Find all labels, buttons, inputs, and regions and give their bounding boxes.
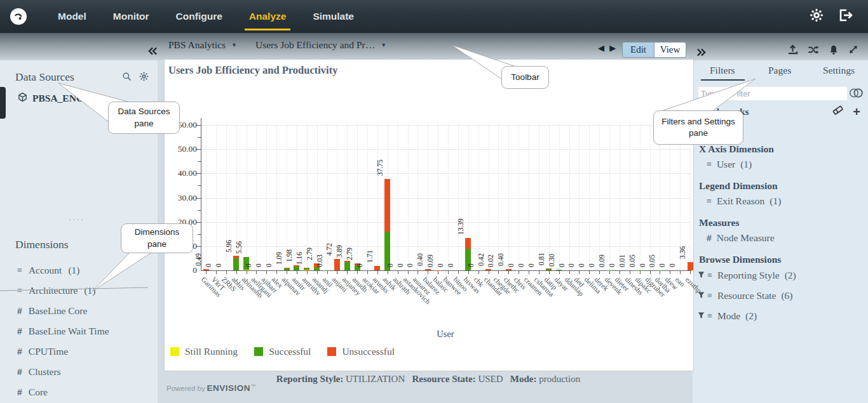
settings-gear-icon[interactable] [810, 8, 824, 25]
search-icon[interactable] [122, 72, 132, 84]
tab-pages[interactable]: Pages [768, 65, 791, 76]
bar-segment[interactable] [233, 258, 239, 270]
bar-segment[interactable] [556, 270, 562, 270]
bar-value-label: 0 [447, 263, 454, 267]
x-gridline [377, 123, 378, 270]
legend-dimension-exit-reason[interactable]: ≡ Exit Reason (1) [707, 195, 781, 207]
logout-icon[interactable] [839, 8, 854, 25]
filter-search-input[interactable] [698, 86, 848, 101]
bar-segment[interactable] [304, 268, 309, 270]
bar-segment[interactable] [344, 261, 350, 262]
envision-logo: ENVISION [207, 383, 251, 393]
bar-segment[interactable] [688, 262, 693, 270]
resize-diagonal-icon[interactable] [848, 44, 859, 58]
sidebar-item-architecture[interactable]: ≡ Architecture (1) [17, 285, 95, 296]
shuffle-icon[interactable] [807, 44, 820, 58]
bar-value-label: 0 [397, 263, 404, 267]
bar-value-label: 37.75 [376, 159, 384, 176]
bar-segment[interactable] [284, 268, 290, 268]
bar-segment[interactable] [485, 269, 491, 270]
sidebar-item-core[interactable]: # Core [17, 386, 48, 398]
prev-page-icon[interactable]: ◀ [598, 43, 604, 53]
toggle-icon[interactable] [849, 88, 864, 101]
bar-segment[interactable] [284, 268, 290, 270]
sidebar-item-account[interactable]: ≡ Account (1) [17, 265, 80, 276]
bar-segment[interactable] [334, 259, 340, 270]
browse-dimension-resource-state[interactable]: ≡ Resource State (6) [698, 290, 793, 301]
eraser-icon[interactable] [832, 105, 844, 118]
x-gridline [630, 123, 630, 270]
menu-item-analyze[interactable]: Analyze [236, 0, 300, 33]
sidebar-item-clusters[interactable]: # Clusters [17, 366, 61, 378]
menu-item-monitor[interactable]: Monitor [100, 0, 163, 33]
bar-segment[interactable] [384, 179, 390, 232]
menu-item-model[interactable]: Model [44, 0, 100, 33]
legend-item-unsuccessful[interactable]: Unsuccessful [327, 346, 395, 357]
x-axis-tick [287, 271, 287, 274]
x-gridline [206, 123, 207, 270]
panel-action-icons [787, 44, 859, 58]
bar-segment[interactable] [294, 267, 299, 270]
add-bookmark-icon[interactable]: + [853, 106, 860, 117]
callout-filters-settings-pane: Filters and Settings pane [653, 110, 743, 145]
view-selector-dropdown[interactable]: Users Job Efficiency and Pr… ▼ [255, 39, 386, 51]
bar-segment[interactable] [546, 269, 552, 270]
x-axis-tick [549, 271, 550, 274]
x-axis-tick [559, 271, 560, 274]
chart-legend: Still Running Successful Unsuccessful [170, 346, 395, 357]
x-gridline [569, 123, 570, 270]
bar-segment[interactable] [425, 269, 431, 270]
bar-segment[interactable] [304, 268, 309, 268]
app-logo-icon[interactable] [10, 8, 27, 25]
y-axis-tick [196, 125, 201, 126]
menu-item-simulate[interactable]: Simulate [299, 0, 367, 33]
import-icon[interactable] [787, 44, 799, 58]
sidebar-item-baseline-core[interactable]: # BaseLine Core [17, 305, 87, 317]
browse-dimension-reporting-style[interactable]: ≡ Reporting Style (2) [698, 270, 796, 281]
powered-by-envision: Powered by ENVISION™ [166, 383, 255, 393]
x-gridline [478, 123, 479, 270]
tab-settings[interactable]: Settings [823, 65, 855, 76]
bar-value-label: 0 [215, 263, 222, 267]
legend-item-successful[interactable]: Successful [254, 346, 311, 357]
view-selector-label: Users Job Efficiency and Pr… [255, 39, 375, 51]
bar-value-label: 2.79 [346, 248, 353, 260]
x-axis-tick [357, 271, 358, 274]
notifications-bell-icon[interactable] [828, 44, 839, 58]
data-source-item-pbsa-engine[interactable]: PBSA_ENGINE [18, 92, 102, 105]
bar-segment[interactable] [233, 256, 239, 258]
bar-segment[interactable] [294, 265, 299, 267]
expand-right-icon[interactable] [696, 48, 706, 56]
x-gridline [489, 123, 489, 270]
legend-item-still-running[interactable]: Still Running [170, 346, 238, 357]
bar-segment[interactable] [344, 262, 350, 270]
bar-segment[interactable] [506, 269, 512, 270]
sidebar-item-cputime[interactable]: # CPUTime [17, 346, 68, 357]
bar-segment[interactable] [304, 270, 309, 270]
measure-node-measure[interactable]: # Node Measure [707, 232, 775, 244]
gear-icon[interactable] [139, 72, 149, 84]
collapse-left-icon[interactable] [148, 47, 158, 55]
x-axis-tick [297, 271, 297, 274]
view-button[interactable]: View [654, 43, 686, 57]
edit-button[interactable]: Edit [623, 43, 654, 57]
item-label: User [717, 159, 735, 170]
x-axis-dimension-user[interactable]: ≡ User (1) [707, 159, 752, 170]
browse-dimension-mode[interactable]: ≡ Mode (2) [698, 310, 757, 322]
app-selector-dropdown[interactable]: PBS Analytics ▼ [168, 39, 237, 51]
bar-segment[interactable] [314, 267, 320, 270]
bar-segment[interactable] [203, 269, 209, 270]
bar-segment[interactable] [374, 266, 380, 270]
x-gridline [529, 123, 529, 270]
bar-segment[interactable] [465, 238, 471, 249]
bar-segment[interactable] [243, 270, 249, 270]
next-page-icon[interactable]: ▶ [609, 43, 616, 53]
menu-item-configure[interactable]: Configure [163, 0, 236, 33]
status-value: production [539, 374, 580, 384]
x-gridline [357, 123, 358, 270]
bar-segment[interactable] [546, 268, 552, 269]
tab-filters[interactable]: Filters [710, 65, 735, 76]
legend-label: Successful [269, 346, 311, 357]
sidebar-item-baseline-wait-time[interactable]: # BaseLine Wait Time [17, 326, 109, 337]
pane-resize-handle[interactable]: ···· [69, 215, 85, 225]
